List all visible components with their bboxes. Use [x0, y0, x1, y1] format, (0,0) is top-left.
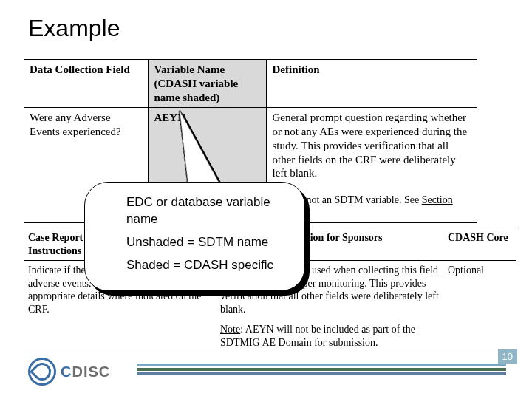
slide: Example Data Collection Field Variable N… — [0, 0, 532, 399]
col-field: Data Collection Field — [24, 60, 148, 108]
callout-line3: Shaded = CDASH specific — [126, 257, 278, 274]
callout-body: EDC or database variable name Unshaded =… — [84, 182, 305, 291]
cell-core: Optional — [443, 261, 516, 352]
logo-text: CDISC — [61, 364, 110, 381]
footer-bar-3 — [137, 372, 506, 375]
callout-line1: EDC or database variable name — [126, 194, 278, 228]
footer-bars — [137, 364, 506, 377]
callout-bubble: EDC or database variable name Unshaded =… — [84, 182, 305, 291]
sponsor-note: Note: AEYN will not be included as part … — [220, 323, 439, 349]
page-title: Example — [28, 15, 120, 42]
col-definition: Definition — [266, 60, 477, 108]
definition-text: General prompt question regarding whethe… — [273, 112, 468, 179]
table-header-row: Data Collection Field Variable Name (CDA… — [24, 60, 477, 108]
col-core: CDASH Core — [443, 228, 516, 261]
logo-icon — [28, 358, 56, 386]
footer-bar-1 — [137, 364, 506, 366]
logo-rest: DISC — [72, 364, 110, 380]
footer-bar-2 — [137, 368, 506, 371]
note-label: Note — [220, 324, 240, 335]
logo-c: C — [61, 364, 72, 380]
col-varname: Variable Name (CDASH variable name shade… — [148, 60, 266, 108]
cdisc-logo: CDISC — [28, 358, 110, 386]
page-number: 10 — [498, 349, 517, 364]
note-rest: : AEYN will not be included as part of t… — [220, 324, 415, 348]
callout-line2: Unshaded = SDTM name — [126, 234, 278, 251]
